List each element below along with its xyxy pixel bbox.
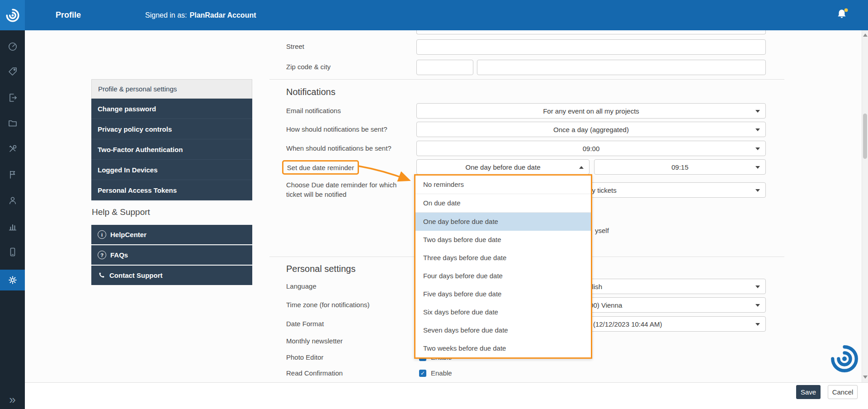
tools-icon[interactable] [0,139,25,159]
nav-item-contact-support[interactable]: Contact Support [91,266,252,285]
language-label: Language [286,282,316,290]
nav-item-change-password[interactable]: Change password [91,99,252,119]
dropdown-option[interactable]: On due date [415,194,591,213]
monthly-newsletter-label: Monthly newsletter [286,337,343,345]
dropdown-option[interactable]: No reminders [415,176,591,194]
timezone-label: Time zone (for notifications) [286,301,370,309]
select-value: Once a day (aggregated) [553,126,629,133]
when-sent-label: When should notifications be sent? [286,144,392,152]
expand-rail-button[interactable]: » [0,393,25,406]
topbar: Profile Signed in as: PlanRadar Account [0,0,868,30]
account-name: PlanRadar Account [190,11,256,19]
planradar-watermark-logo [829,343,860,376]
flag-icon[interactable] [0,165,25,185]
chevron-down-icon [755,166,760,169]
choose-reminder-label: Choose Due date reminder for which ticke… [286,180,403,199]
street-input[interactable] [416,39,766,55]
nav-item-logged-in-devices[interactable]: Logged In Devices [91,160,252,180]
due-date-reminder-select[interactable]: One day before due date [416,159,590,175]
personal-settings-heading: Personal settings [286,264,355,274]
left-icon-rail: » [0,30,25,409]
due-date-reminder-label: Set due date reminder [287,164,354,171]
zip-city-label: Zip code & city [286,63,330,71]
notifications-bell-button[interactable] [835,8,849,22]
nav-item-faqs[interactable]: ? FAQs [91,245,252,265]
signed-in-status: Signed in as: PlanRadar Account [145,0,256,30]
street-label: Street [286,43,304,50]
page-title: Profile [56,0,81,30]
cancel-button[interactable]: Cancel [828,385,858,399]
chevron-up-icon [579,166,584,169]
dropdown-option[interactable]: Two weeks before due date [415,339,591,357]
profile-settings-page: Profile Signed in as: PlanRadar Account [0,0,868,409]
how-sent-label: How should notifications be sent? [286,125,387,133]
select-value: For any event on all my projects [543,107,639,115]
dropdown-option[interactable]: Six days before due date [415,303,591,321]
chart-icon[interactable] [0,217,25,237]
when-sent-select[interactable]: 09:00 [416,141,766,156]
scroll-down-arrow[interactable] [863,376,868,379]
gauge-icon[interactable] [0,37,25,57]
email-notifications-select[interactable]: For any event on all my projects [416,103,766,119]
info-circle-icon: i [98,230,106,239]
read-confirmation-checkbox[interactable] [419,370,426,377]
help-item-label: FAQs [110,251,128,259]
zip-input[interactable] [416,60,473,75]
nav-item-personal-access-tokens[interactable]: Personal Access Tokens [91,180,252,200]
help-item-label: HelpCenter [110,231,146,238]
select-value: One day before due date [466,163,541,171]
chevron-down-icon [755,110,760,113]
chevron-down-icon [755,323,760,326]
chevron-down-icon [755,147,760,150]
due-date-reminder-label-highlight: Set due date reminder [282,160,359,175]
read-confirmation-label: Read Confirmation [286,369,343,377]
partial-input-above[interactable] [416,30,766,34]
due-date-reminder-dropdown: No reminders On due date One day before … [414,174,592,359]
scrollbar-thumb[interactable] [863,114,867,159]
nav-item-privacy-policy[interactable]: Privacy policy controls [91,119,252,139]
folder-icon[interactable] [0,113,25,133]
nav-item-helpcenter[interactable]: i HelpCenter [91,225,252,244]
help-item-label: Contact Support [109,271,163,279]
settings-icon-active[interactable] [0,270,25,290]
export-icon[interactable] [0,88,25,108]
phone-icon [98,271,105,279]
chevron-down-icon [755,304,760,307]
bell-icon [835,8,849,20]
help-panel: i HelpCenter ? FAQs Contact Support [91,225,252,286]
dropdown-option[interactable]: Seven days before due date [415,321,591,339]
vertical-scrollbar[interactable] [862,30,868,382]
device-icon[interactable] [0,242,25,262]
scroll-up-arrow[interactable] [863,33,868,37]
save-button[interactable]: Save [796,385,821,399]
select-value: 09:15 [671,163,689,171]
nav-panel: Change password Privacy policy controls … [91,99,252,200]
due-date-time-select[interactable]: 09:15 [594,159,766,175]
dropdown-option[interactable]: Two days before due date [415,231,591,249]
question-circle-icon: ? [98,251,106,259]
chevron-down-icon [755,189,760,192]
how-sent-select[interactable]: Once a day (aggregated) [416,122,766,137]
signed-in-prefix: Signed in as: [145,11,187,19]
dropdown-option-selected[interactable]: One day before due date [415,213,591,231]
nav-item-two-factor[interactable]: Two-Factor Authentication [91,139,252,160]
date-format-label: Date Format [286,320,324,328]
nav-panel-header[interactable]: Profile & personal settings [91,79,252,99]
dropdown-option[interactable]: Three days before due date [415,249,591,267]
notifications-heading: Notifications [286,87,335,97]
planradar-logo-icon [5,8,20,23]
read-confirmation-enable-label: Enable [431,369,452,377]
chevron-down-icon [755,128,760,131]
user-icon[interactable] [0,190,25,210]
notification-dot [844,9,848,12]
tag-icon[interactable] [0,62,25,81]
dropdown-option[interactable]: Five days before due date [415,285,591,303]
partially-hidden-label-fragment: yself [595,227,609,234]
city-input[interactable] [477,60,766,75]
dropdown-option[interactable]: Four days before due date [415,267,591,285]
footer-bar [25,382,868,409]
email-notifications-label: Email notifications [286,107,341,114]
chevron-down-icon [755,285,760,288]
section-divider [269,79,784,80]
planradar-logo[interactable] [0,0,25,30]
